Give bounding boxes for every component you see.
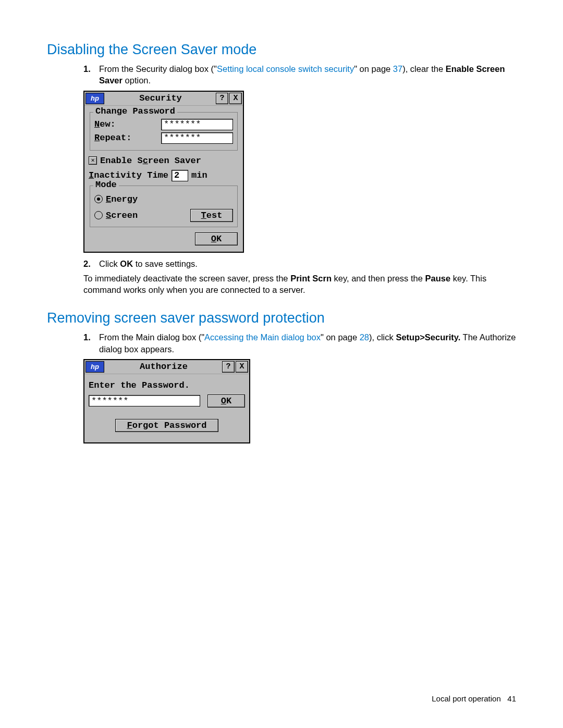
s2-step1-a: From the Main dialog box (" bbox=[99, 332, 204, 342]
enable-ss-row[interactable]: ✕ Enable Screen Saver bbox=[89, 156, 239, 166]
hp-logo-icon: hp bbox=[85, 93, 104, 104]
mode-group: Mode Energy Screen Test bbox=[90, 186, 238, 227]
authorize-titlebar: hp Authorize ? X bbox=[84, 360, 249, 374]
s2-step1: From the Main dialog box ("Accessing the… bbox=[99, 331, 516, 355]
enable-ss-label: Enable Screen Saver bbox=[100, 156, 201, 166]
security-dialog: hp Security ? X Change Password New: ***… bbox=[83, 91, 244, 253]
inactivity-label: Inactivity Time bbox=[89, 170, 168, 180]
step1-page[interactable]: 37 bbox=[393, 64, 402, 73]
step1-text-c: ), clear the bbox=[402, 64, 446, 73]
mode-screen-row[interactable]: Screen bbox=[94, 211, 138, 220]
hp-logo-icon: hp bbox=[85, 361, 104, 373]
authorize-title: Authorize bbox=[105, 360, 222, 374]
security-titlebar: hp Security ? X bbox=[84, 92, 243, 106]
heading-disabling-ss: Disabling the Screen Saver mode bbox=[47, 42, 516, 58]
mode-screen-radio[interactable] bbox=[94, 211, 103, 219]
inactivity-unit: min bbox=[191, 170, 207, 180]
test-button[interactable]: Test bbox=[190, 209, 233, 222]
mode-energy-label: Energy bbox=[106, 194, 138, 204]
step1-text-a: From the Security dialog box (" bbox=[99, 64, 217, 73]
change-password-group: Change Password New: ******* Repeat: ***… bbox=[90, 112, 238, 151]
inactivity-input[interactable]: 2 bbox=[172, 170, 188, 181]
close-button[interactable]: X bbox=[236, 361, 248, 373]
s2-step1-b: " on page bbox=[321, 332, 360, 342]
authorize-prompt: Enter the Password. bbox=[89, 380, 244, 390]
enable-ss-checkbox[interactable]: ✕ bbox=[89, 156, 97, 165]
s2-step1-page[interactable]: 28 bbox=[360, 332, 369, 342]
ok-button[interactable]: OK bbox=[195, 232, 238, 245]
step1: From the Security dialog box ("Setting l… bbox=[99, 63, 516, 87]
help-button[interactable]: ? bbox=[222, 361, 235, 373]
mode-energy-row[interactable]: Energy bbox=[94, 194, 233, 204]
step1-text-d: option. bbox=[123, 76, 151, 85]
authorize-ok-button[interactable]: OK bbox=[207, 394, 245, 408]
change-password-legend: Change Password bbox=[93, 106, 177, 116]
repeat-label: Repeat: bbox=[94, 133, 161, 143]
step2-bold: OK bbox=[120, 259, 133, 268]
step2-b: to save settings. bbox=[133, 259, 198, 268]
help-button[interactable]: ? bbox=[216, 93, 228, 104]
mode-energy-radio[interactable] bbox=[94, 195, 103, 203]
repeat-password-input[interactable]: ******* bbox=[161, 132, 233, 144]
new-password-input[interactable]: ******* bbox=[161, 119, 233, 130]
new-label: New: bbox=[94, 119, 161, 129]
step2: Click OK to save settings. bbox=[99, 258, 516, 269]
step1-link[interactable]: Setting local console switch security bbox=[217, 64, 354, 73]
s2-step1-bold: Setup>Security. bbox=[396, 332, 460, 342]
mode-legend: Mode bbox=[93, 180, 119, 190]
heading-removing-ss-pw: Removing screen saver password protectio… bbox=[47, 310, 516, 326]
footer-page: 41 bbox=[507, 694, 516, 703]
forgot-password-button[interactable]: Forgot Password bbox=[115, 419, 218, 432]
authorize-password-input[interactable]: ******* bbox=[89, 395, 200, 406]
steps-section1b: Click OK to save settings. bbox=[47, 258, 516, 269]
mode-screen-label: Screen bbox=[106, 211, 138, 220]
step2-a: Click bbox=[99, 259, 120, 268]
security-title: Security bbox=[105, 92, 216, 105]
steps-section1: From the Security dialog box ("Setting l… bbox=[47, 63, 516, 87]
step1-text-b: " on page bbox=[354, 64, 393, 73]
page-footer: Local port operation 41 bbox=[432, 694, 516, 703]
authorize-dialog: hp Authorize ? X Enter the Password. ***… bbox=[83, 359, 250, 443]
s2-step1-c: ), click bbox=[369, 332, 396, 342]
s2-step1-link[interactable]: Accessing the Main dialog box bbox=[204, 332, 321, 342]
close-button[interactable]: X bbox=[229, 93, 242, 104]
footer-text: Local port operation bbox=[432, 694, 501, 703]
after-text: To immediately deactivate the screen sav… bbox=[83, 273, 516, 296]
steps-section2: From the Main dialog box ("Accessing the… bbox=[47, 331, 516, 355]
